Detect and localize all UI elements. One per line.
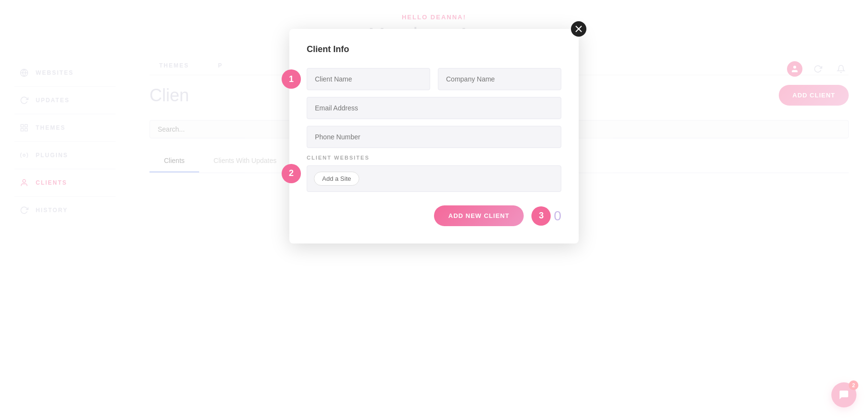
step-badge-1: 1 [282, 69, 301, 89]
add-site-button[interactable]: Add a Site [314, 172, 359, 186]
websites-box: Add a Site [307, 165, 561, 192]
form-row-1: 1 [307, 68, 561, 90]
client-websites-label: CLIENT WEBSITES [307, 155, 561, 161]
add-new-client-button[interactable]: ADD NEW CLIENT [434, 205, 524, 226]
step-badge-2: 2 [282, 164, 301, 183]
email-input[interactable] [307, 97, 561, 119]
modal-title: Client Info [307, 44, 561, 54]
step-3-area: 3 0 [531, 206, 561, 226]
modal-footer: ADD NEW CLIENT 3 0 [307, 205, 561, 226]
company-name-input[interactable] [438, 68, 561, 90]
modal: Client Info 1 2 CLIENT WEBSITES [289, 29, 579, 243]
client-name-input[interactable] [307, 68, 430, 90]
step-3-number-display: 0 [554, 208, 561, 224]
phone-input[interactable] [307, 126, 561, 148]
client-websites-section: 2 CLIENT WEBSITES Add a Site [307, 155, 561, 192]
modal-close-button[interactable] [571, 21, 586, 37]
modal-overlay: Client Info 1 2 CLIENT WEBSITES [0, 0, 868, 419]
step-badge-3: 3 [531, 206, 551, 226]
